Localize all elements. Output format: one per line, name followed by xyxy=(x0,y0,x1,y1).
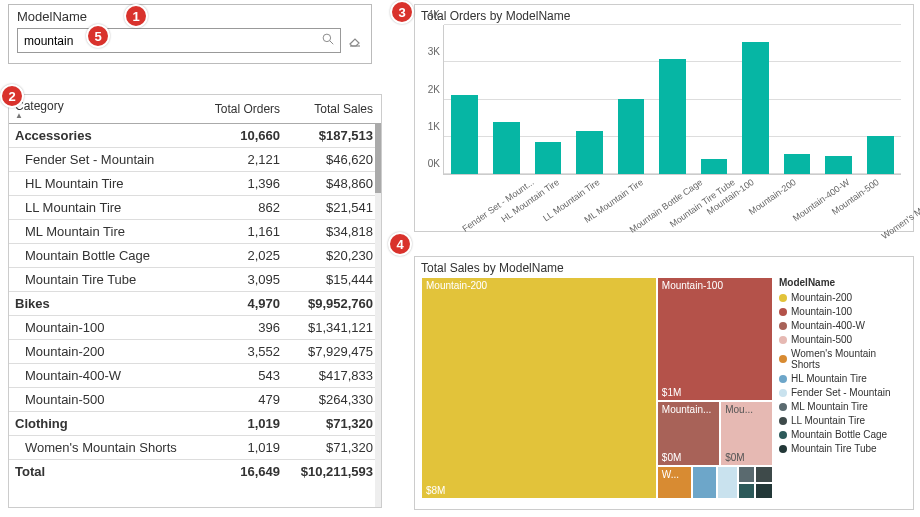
svg-point-0 xyxy=(323,34,331,42)
table-row[interactable]: LL Mountain Tire862$21,541 xyxy=(9,196,381,220)
bar[interactable] xyxy=(493,122,520,174)
legend-label: Mountain Tire Tube xyxy=(791,443,877,454)
bar[interactable] xyxy=(451,95,478,174)
table-row[interactable]: Mountain-100396$1,341,121 xyxy=(9,316,381,340)
bar[interactable] xyxy=(576,131,603,174)
category-table: Category▲ Total Orders Total Sales Acces… xyxy=(9,95,381,483)
table-row-category[interactable]: Bikes4,970$9,952,760 xyxy=(9,292,381,316)
tree-box-bottle-cage[interactable] xyxy=(738,483,756,499)
legend-swatch xyxy=(779,417,787,425)
bar[interactable] xyxy=(701,159,728,174)
tree-box-fender[interactable] xyxy=(717,466,738,499)
slicer-search-box[interactable] xyxy=(17,28,341,53)
table-row[interactable]: Mountain-2003,552$7,929,475 xyxy=(9,340,381,364)
table-row[interactable]: Mountain Tire Tube3,095$15,444 xyxy=(9,268,381,292)
callout-badge-3: 3 xyxy=(390,0,414,24)
legend-swatch xyxy=(779,294,787,302)
tree-box-mountain-100[interactable]: Mountain-100 $1M xyxy=(657,277,773,401)
y-axis-tick: 3K xyxy=(428,46,440,57)
legend-label: Mountain-100 xyxy=(791,306,852,317)
table-row[interactable]: Fender Set - Mountain2,121$46,620 xyxy=(9,148,381,172)
legend-item[interactable]: Mountain-100 xyxy=(779,306,907,317)
legend-item[interactable]: Mountain-500 xyxy=(779,334,907,345)
legend-item[interactable]: Mountain-200 xyxy=(779,292,907,303)
legend-label: HL Mountain Tire xyxy=(791,373,867,384)
legend-swatch xyxy=(779,445,787,453)
table-row-category[interactable]: Accessories10,660$187,513 xyxy=(9,124,381,148)
legend-label: Mountain-200 xyxy=(791,292,852,303)
legend-label: Women's Mountain Shorts xyxy=(791,348,907,370)
tree-box-mountain-500[interactable]: Mou... $0M xyxy=(720,401,773,465)
eraser-icon[interactable] xyxy=(347,33,363,49)
search-input[interactable] xyxy=(24,34,322,48)
table-row-total: Total16,649$10,211,593 xyxy=(9,460,381,484)
legend-swatch xyxy=(779,322,787,330)
tree-box-ll-tire[interactable] xyxy=(755,466,773,484)
callout-badge-1: 1 xyxy=(124,4,148,28)
legend-item[interactable]: Fender Set - Mountain xyxy=(779,387,907,398)
callout-badge-4: 4 xyxy=(388,232,412,256)
col-orders[interactable]: Total Orders xyxy=(203,95,288,124)
sort-asc-icon: ▲ xyxy=(15,113,195,119)
legend-item[interactable]: Mountain-400-W xyxy=(779,320,907,331)
bar-chart-plot[interactable]: 0K1K2K3K4K xyxy=(443,25,901,175)
y-axis-tick: 1K xyxy=(428,120,440,131)
legend-label: LL Mountain Tire xyxy=(791,415,865,426)
category-table-visual: Category▲ Total Orders Total Sales Acces… xyxy=(8,94,382,508)
legend-swatch xyxy=(779,355,787,363)
bar[interactable] xyxy=(659,59,686,174)
treemap-visual: Total Sales by ModelName Mountain-200 $8… xyxy=(414,256,914,510)
table-row[interactable]: HL Mountain Tire1,396$48,860 xyxy=(9,172,381,196)
bar[interactable] xyxy=(535,142,562,174)
tree-box-ml-tire[interactable] xyxy=(738,466,756,484)
table-row[interactable]: Women's Mountain Shorts1,019$71,320 xyxy=(9,436,381,460)
bar-chart-title: Total Orders by ModelName xyxy=(421,9,907,23)
legend-label: Mountain Bottle Cage xyxy=(791,429,887,440)
table-scrollbar[interactable] xyxy=(375,123,381,507)
legend-item[interactable]: Mountain Tire Tube xyxy=(779,443,907,454)
y-axis-tick: 4K xyxy=(428,9,440,20)
tree-box-wms[interactable]: W... xyxy=(657,466,692,499)
tree-box-mountain-200[interactable]: Mountain-200 $8M xyxy=(421,277,657,499)
col-category[interactable]: Category▲ xyxy=(9,95,203,124)
bar[interactable] xyxy=(825,156,852,174)
y-axis-tick: 0K xyxy=(428,158,440,169)
table-row[interactable]: Mountain Bottle Cage2,025$20,230 xyxy=(9,244,381,268)
treemap-title: Total Sales by ModelName xyxy=(421,261,907,275)
legend-item[interactable]: Mountain Bottle Cage xyxy=(779,429,907,440)
modelname-slicer: ModelName xyxy=(8,4,372,64)
legend-item[interactable]: HL Mountain Tire xyxy=(779,373,907,384)
legend-item[interactable]: Women's Mountain Shorts xyxy=(779,348,907,370)
legend-swatch xyxy=(779,375,787,383)
treemap-legend: ModelName Mountain-200Mountain-100Mounta… xyxy=(779,277,907,499)
bar[interactable] xyxy=(742,42,769,174)
legend-item[interactable]: ML Mountain Tire xyxy=(779,401,907,412)
treemap-plot[interactable]: Mountain-200 $8M Mountain-100 $1M Mounta… xyxy=(421,277,773,499)
bar[interactable] xyxy=(867,136,894,174)
bar[interactable] xyxy=(618,99,645,174)
tree-box-hl-tire[interactable] xyxy=(692,466,717,499)
tree-box-mountain-400w[interactable]: Mountain... $0M xyxy=(657,401,720,465)
legend-swatch xyxy=(779,389,787,397)
col-sales[interactable]: Total Sales xyxy=(288,95,381,124)
x-axis-label: Women's Mountain Sh... xyxy=(880,177,920,241)
legend-swatch xyxy=(779,403,787,411)
legend-swatch xyxy=(779,431,787,439)
table-row[interactable]: ML Mountain Tire1,161$34,818 xyxy=(9,220,381,244)
table-row-category[interactable]: Clothing1,019$71,320 xyxy=(9,412,381,436)
legend-label: Mountain-400-W xyxy=(791,320,865,331)
table-row[interactable]: Mountain-500479$264,330 xyxy=(9,388,381,412)
legend-swatch xyxy=(779,336,787,344)
svg-line-1 xyxy=(330,41,333,44)
bar[interactable] xyxy=(784,154,811,174)
legend-label: Fender Set - Mountain xyxy=(791,387,891,398)
slicer-title: ModelName xyxy=(17,9,363,24)
tree-box-tire-tube[interactable] xyxy=(755,483,773,499)
bar-chart-visual: Total Orders by ModelName 0K1K2K3K4K Fen… xyxy=(414,4,914,232)
callout-badge-2: 2 xyxy=(0,84,24,108)
legend-title: ModelName xyxy=(779,277,907,288)
y-axis-tick: 2K xyxy=(428,83,440,94)
table-row[interactable]: Mountain-400-W543$417,833 xyxy=(9,364,381,388)
legend-swatch xyxy=(779,308,787,316)
legend-item[interactable]: LL Mountain Tire xyxy=(779,415,907,426)
